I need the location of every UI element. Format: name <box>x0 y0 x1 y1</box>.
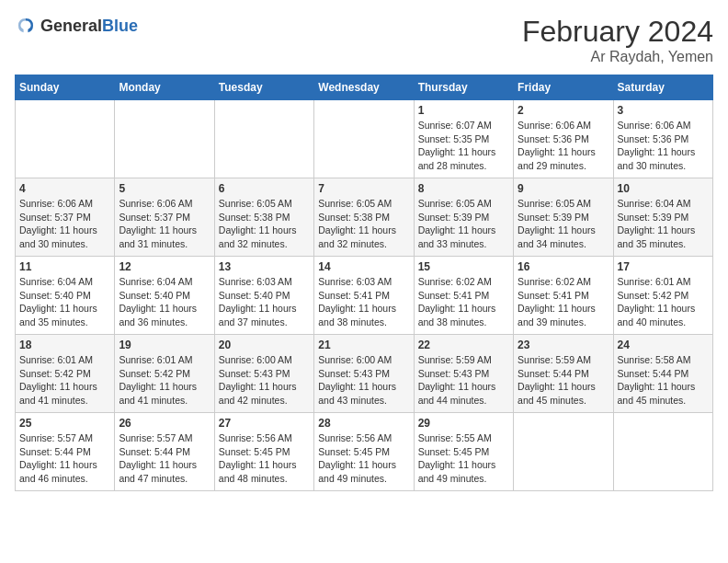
logo-icon <box>15 15 37 37</box>
logo: GeneralBlue <box>15 15 138 37</box>
calendar-cell: 3Sunrise: 6:06 AMSunset: 5:36 PMDaylight… <box>613 100 712 178</box>
calendar-cell <box>314 100 414 178</box>
day-number: 22 <box>418 339 509 351</box>
day-number: 25 <box>19 417 110 430</box>
day-number: 26 <box>119 417 210 430</box>
calendar-cell <box>613 413 712 491</box>
day-number: 24 <box>618 339 709 351</box>
calendar-cell <box>514 413 613 491</box>
day-detail: Sunrise: 6:06 AMSunset: 5:36 PMDaylight:… <box>618 119 709 173</box>
calendar-week-5: 25Sunrise: 5:57 AMSunset: 5:44 PMDayligh… <box>16 413 713 491</box>
day-detail: Sunrise: 6:02 AMSunset: 5:41 PMDaylight:… <box>418 275 509 329</box>
day-detail: Sunrise: 5:56 AMSunset: 5:45 PMDaylight:… <box>318 431 409 486</box>
day-detail: Sunrise: 5:57 AMSunset: 5:44 PMDaylight:… <box>119 431 210 486</box>
day-detail: Sunrise: 5:59 AMSunset: 5:44 PMDaylight:… <box>518 353 609 408</box>
day-number: 1 <box>418 104 509 117</box>
day-number: 3 <box>618 104 709 117</box>
calendar-cell: 28Sunrise: 5:56 AMSunset: 5:45 PMDayligh… <box>314 413 414 491</box>
day-number: 7 <box>318 182 409 195</box>
day-number: 18 <box>19 339 110 351</box>
calendar-cell: 22Sunrise: 5:59 AMSunset: 5:43 PMDayligh… <box>414 335 513 413</box>
logo-blue: Blue <box>102 17 138 35</box>
day-number: 17 <box>618 260 709 273</box>
calendar-cell: 21Sunrise: 6:00 AMSunset: 5:43 PMDayligh… <box>314 335 414 413</box>
header: GeneralBlue February 2024 Ar Raydah, Yem… <box>15 15 713 65</box>
day-detail: Sunrise: 5:58 AMSunset: 5:44 PMDaylight:… <box>618 353 709 408</box>
calendar-cell <box>16 100 115 178</box>
day-number: 28 <box>318 417 409 430</box>
calendar-week-2: 4Sunrise: 6:06 AMSunset: 5:37 PMDaylight… <box>16 178 713 257</box>
calendar-cell: 23Sunrise: 5:59 AMSunset: 5:44 PMDayligh… <box>514 335 613 413</box>
day-detail: Sunrise: 6:04 AMSunset: 5:40 PMDaylight:… <box>19 275 110 329</box>
day-detail: Sunrise: 6:05 AMSunset: 5:39 PMDaylight:… <box>518 197 609 251</box>
calendar-table: SundayMondayTuesdayWednesdayThursdayFrid… <box>15 75 713 491</box>
column-header-saturday: Saturday <box>613 75 712 100</box>
day-detail: Sunrise: 6:04 AMSunset: 5:40 PMDaylight:… <box>119 275 210 329</box>
day-number: 12 <box>119 260 210 273</box>
calendar-cell: 25Sunrise: 5:57 AMSunset: 5:44 PMDayligh… <box>16 413 115 491</box>
logo-general: General <box>40 17 102 35</box>
day-number: 11 <box>19 260 110 273</box>
main-title: February 2024 <box>522 15 713 49</box>
calendar-cell: 14Sunrise: 6:03 AMSunset: 5:41 PMDayligh… <box>314 257 414 335</box>
day-detail: Sunrise: 6:05 AMSunset: 5:38 PMDaylight:… <box>219 197 310 251</box>
calendar-cell: 29Sunrise: 5:55 AMSunset: 5:45 PMDayligh… <box>414 413 513 491</box>
calendar-cell: 15Sunrise: 6:02 AMSunset: 5:41 PMDayligh… <box>414 257 513 335</box>
calendar-cell <box>115 100 214 178</box>
day-number: 27 <box>219 417 310 430</box>
day-detail: Sunrise: 6:00 AMSunset: 5:43 PMDaylight:… <box>318 353 409 408</box>
calendar-cell: 6Sunrise: 6:05 AMSunset: 5:38 PMDaylight… <box>214 178 313 257</box>
calendar-cell: 20Sunrise: 6:00 AMSunset: 5:43 PMDayligh… <box>214 335 313 413</box>
day-number: 14 <box>318 260 409 273</box>
subtitle: Ar Raydah, Yemen <box>522 49 713 65</box>
calendar-cell: 19Sunrise: 6:01 AMSunset: 5:42 PMDayligh… <box>115 335 214 413</box>
day-number: 2 <box>518 104 609 117</box>
title-section: February 2024 Ar Raydah, Yemen <box>522 15 713 65</box>
column-header-sunday: Sunday <box>16 75 115 100</box>
calendar-cell: 10Sunrise: 6:04 AMSunset: 5:39 PMDayligh… <box>613 178 712 257</box>
day-detail: Sunrise: 6:01 AMSunset: 5:42 PMDaylight:… <box>618 275 709 329</box>
day-detail: Sunrise: 6:01 AMSunset: 5:42 PMDaylight:… <box>19 353 110 408</box>
calendar-cell: 13Sunrise: 6:03 AMSunset: 5:40 PMDayligh… <box>214 257 313 335</box>
column-header-tuesday: Tuesday <box>214 75 313 100</box>
column-header-monday: Monday <box>115 75 214 100</box>
day-number: 29 <box>418 417 509 430</box>
day-number: 15 <box>418 260 509 273</box>
day-detail: Sunrise: 5:55 AMSunset: 5:45 PMDaylight:… <box>418 431 509 486</box>
calendar-week-3: 11Sunrise: 6:04 AMSunset: 5:40 PMDayligh… <box>16 257 713 335</box>
day-detail: Sunrise: 6:07 AMSunset: 5:35 PMDaylight:… <box>418 119 509 173</box>
calendar-cell: 16Sunrise: 6:02 AMSunset: 5:41 PMDayligh… <box>514 257 613 335</box>
day-number: 13 <box>219 260 310 273</box>
day-detail: Sunrise: 6:05 AMSunset: 5:39 PMDaylight:… <box>418 197 509 251</box>
calendar-cell: 12Sunrise: 6:04 AMSunset: 5:40 PMDayligh… <box>115 257 214 335</box>
calendar-cell: 9Sunrise: 6:05 AMSunset: 5:39 PMDaylight… <box>514 178 613 257</box>
day-number: 20 <box>219 339 310 351</box>
day-detail: Sunrise: 6:06 AMSunset: 5:37 PMDaylight:… <box>119 197 210 251</box>
day-detail: Sunrise: 6:06 AMSunset: 5:36 PMDaylight:… <box>518 119 609 173</box>
calendar-cell: 18Sunrise: 6:01 AMSunset: 5:42 PMDayligh… <box>16 335 115 413</box>
calendar-cell: 5Sunrise: 6:06 AMSunset: 5:37 PMDaylight… <box>115 178 214 257</box>
calendar-header-row: SundayMondayTuesdayWednesdayThursdayFrid… <box>16 75 713 100</box>
calendar-cell: 2Sunrise: 6:06 AMSunset: 5:36 PMDaylight… <box>514 100 613 178</box>
calendar-week-4: 18Sunrise: 6:01 AMSunset: 5:42 PMDayligh… <box>16 335 713 413</box>
calendar-cell: 17Sunrise: 6:01 AMSunset: 5:42 PMDayligh… <box>613 257 712 335</box>
day-detail: Sunrise: 6:03 AMSunset: 5:40 PMDaylight:… <box>219 275 310 329</box>
day-number: 6 <box>219 182 310 195</box>
column-header-friday: Friday <box>514 75 613 100</box>
column-header-thursday: Thursday <box>414 75 513 100</box>
day-number: 4 <box>19 182 110 195</box>
calendar-cell: 26Sunrise: 5:57 AMSunset: 5:44 PMDayligh… <box>115 413 214 491</box>
calendar-cell: 27Sunrise: 5:56 AMSunset: 5:45 PMDayligh… <box>214 413 313 491</box>
calendar-week-1: 1Sunrise: 6:07 AMSunset: 5:35 PMDaylight… <box>16 100 713 178</box>
day-detail: Sunrise: 6:01 AMSunset: 5:42 PMDaylight:… <box>119 353 210 408</box>
day-detail: Sunrise: 5:59 AMSunset: 5:43 PMDaylight:… <box>418 353 509 408</box>
day-number: 16 <box>518 260 609 273</box>
day-number: 10 <box>618 182 709 195</box>
column-header-wednesday: Wednesday <box>314 75 414 100</box>
day-detail: Sunrise: 6:04 AMSunset: 5:39 PMDaylight:… <box>618 197 709 251</box>
day-detail: Sunrise: 5:57 AMSunset: 5:44 PMDaylight:… <box>19 431 110 486</box>
calendar-cell: 7Sunrise: 6:05 AMSunset: 5:38 PMDaylight… <box>314 178 414 257</box>
day-detail: Sunrise: 6:00 AMSunset: 5:43 PMDaylight:… <box>219 353 310 408</box>
day-detail: Sunrise: 5:56 AMSunset: 5:45 PMDaylight:… <box>219 431 310 486</box>
day-number: 19 <box>119 339 210 351</box>
